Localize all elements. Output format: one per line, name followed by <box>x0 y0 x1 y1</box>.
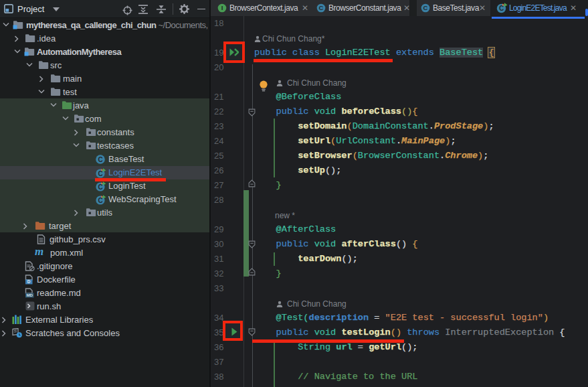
svg-text:C: C <box>423 4 428 11</box>
svg-text:C: C <box>98 169 102 177</box>
svg-text:C: C <box>499 5 504 12</box>
svg-text:C: C <box>98 183 102 190</box>
svg-text:I: I <box>221 4 223 11</box>
svg-text:MD: MD <box>26 293 33 297</box>
svg-text:C: C <box>98 196 102 204</box>
svg-text:D: D <box>27 279 31 284</box>
svg-text:C: C <box>319 4 324 11</box>
svg-text:C: C <box>98 155 102 163</box>
